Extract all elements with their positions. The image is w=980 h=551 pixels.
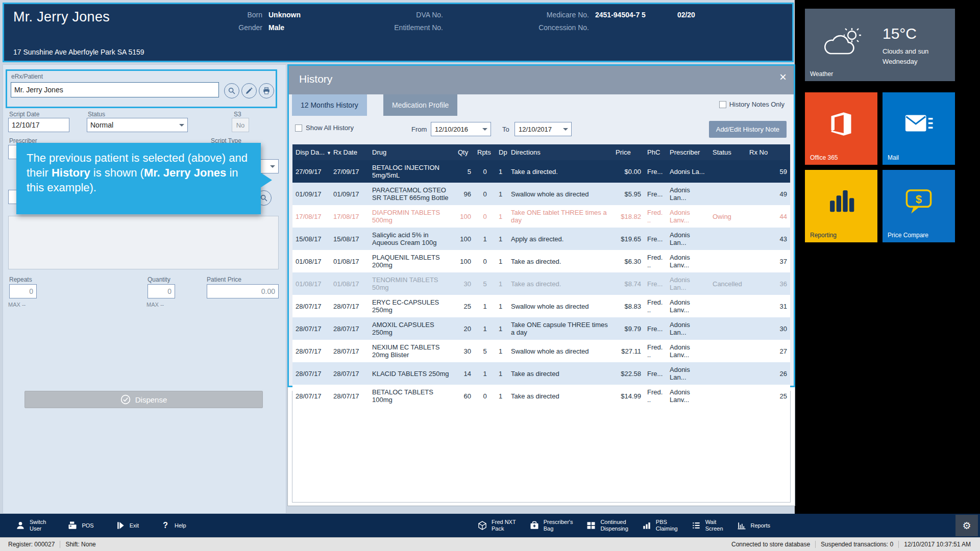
patient-price-input[interactable] [207,284,279,298]
taskbar-item-continued-dispensing[interactable]: ContinuedDispensing [586,519,628,532]
history-row[interactable]: 28/07/1728/07/17ERYC EC-CAPSULES 250mg25… [292,295,790,317]
column-header-rpts[interactable]: Rpts [474,144,496,160]
tab-12-months-history[interactable]: 12 Months History [292,94,367,116]
cell-rx: 01/08/17 [330,272,369,295]
taskbar-item-prescribers-bag[interactable]: Prescriber'sBag [529,519,573,532]
taskbar-item-label: POS [82,522,93,529]
history-row[interactable]: 01/08/1701/08/17TENORMIN TABLETS 50mg305… [292,272,790,295]
column-header-drug[interactable]: Drug [369,144,455,160]
weather-temperature: 15°C [883,25,917,42]
taskbar-item-pos[interactable]: POS [67,520,93,531]
column-header-qty[interactable]: Qty [455,144,474,160]
cell-dp: 1 [496,272,508,295]
script-date-input[interactable] [8,118,69,132]
chevron-down-icon [563,128,568,131]
cell-dp: 1 [496,385,508,407]
close-icon[interactable]: × [779,71,787,83]
cell-rx: 17/08/17 [330,205,369,228]
history-notes-only-checkbox[interactable] [719,101,726,108]
cell-prescriber: Adonis Lanv... [667,250,709,272]
tile-office-365[interactable]: Office 365 [805,92,877,165]
born-value: Unknown [268,11,301,19]
status-bar-left: Register: 000027Shift: None [3,541,101,548]
patient-search-button[interactable] [224,83,239,98]
settings-button[interactable]: ⚙ [955,515,978,536]
cell-rpts: 1 [474,362,496,385]
status-select[interactable]: Normal [87,118,188,132]
history-row[interactable]: 01/08/1701/08/17PLAQUENIL TABLETS 200mg1… [292,250,790,272]
column-header-price[interactable]: Price [612,144,644,160]
dollar-speech-bubble-icon: $ [903,187,934,216]
history-footer-area [292,391,791,503]
cell-dp: 1 [496,250,508,272]
column-header-disp[interactable]: Disp Da...▼ [292,144,330,160]
history-row[interactable]: 28/07/1728/07/17KLACID TABLETS 250mg1411… [292,362,790,385]
cell-rx: 28/07/17 [330,385,369,407]
cell-directions: Take as directed. [508,272,612,295]
cell-rx: 28/07/17 [330,340,369,362]
status-label: Status [88,111,105,118]
show-all-history-option: Show All History [295,124,354,132]
history-row[interactable]: 27/09/1727/09/17BETALOC INJECTION 5mg/5m… [292,160,790,183]
patient-name: Mr. Jerry Jones [13,9,110,25]
quantity-input[interactable] [148,284,175,298]
patient-edit-button[interactable] [241,83,257,98]
show-all-history-checkbox[interactable] [295,124,302,132]
gender-value: Male [268,23,301,32]
history-row[interactable]: 28/07/1728/07/17BETALOC TABLETS 100mg600… [292,385,790,407]
column-header-rxno[interactable]: Rx No [746,144,790,160]
cell-disp: 17/08/17 [292,205,330,228]
patient-print-button[interactable] [259,83,274,98]
column-header-rx[interactable]: Rx Date [330,144,369,160]
exit-icon [115,520,126,531]
tab-medication-profile[interactable]: Medication Profile [383,94,457,116]
cell-phc: Fred... [644,295,667,317]
dispense-button-label: Dispense [135,395,167,404]
tile-weather[interactable]: 15°C Clouds and sun Wednesday Weather [805,9,955,81]
history-row[interactable]: 28/07/1728/07/17AMOXIL CAPSULES 250mg201… [292,317,790,340]
dispense-screen: Mr. Jerry Jones 17 Sunshine Ave Aberfoyl… [0,0,980,551]
history-row[interactable]: 28/07/1728/07/17NEXIUM EC TABLETS 20mg B… [292,340,790,362]
tile-mail[interactable]: Mail [883,92,955,165]
taskbar-item-help[interactable]: ?Help [160,520,186,531]
help-icon: ? [160,520,170,531]
cell-drug: AMOXIL CAPSULES 250mg [369,317,455,340]
cell-phc: Fre... [644,272,667,295]
cell-prescriber: Adonis La... [667,160,709,183]
taskbar-item-switch-user[interactable]: SwitchUser [15,519,46,532]
dispense-button[interactable]: Dispense [24,391,263,408]
column-header-dp[interactable]: Dp [496,144,508,160]
column-header-directions[interactable]: Directions [508,144,612,160]
taskbar-item-frednxt-pack[interactable]: Fred NXTPack [477,519,516,532]
cell-prescriber: Adonis Lanv... [667,205,709,228]
cell-qty: 20 [455,317,474,340]
patient-input[interactable] [11,82,219,97]
sort-descending-icon: ▼ [327,151,330,156]
from-date-picker[interactable]: 12/10/2016 [431,122,491,136]
taskbar-item-exit[interactable]: Exit [115,520,139,531]
repeats-input[interactable] [9,284,37,298]
column-header-status[interactable]: Status [709,144,746,160]
gender-label: Gender [233,23,262,32]
cell-disp: 28/07/17 [292,340,330,362]
cell-prescriber: Adonis Lan... [667,183,709,205]
entitlement-value [449,23,454,32]
cell-rx: 28/07/17 [330,295,369,317]
column-header-prescriber[interactable]: Prescriber [667,144,709,160]
cell-status [709,317,746,340]
medicare-label: Medicare No. [529,11,589,19]
taskbar-item-wait-screen[interactable]: WaitScreen [691,519,723,532]
column-header-phc[interactable]: PhC [644,144,667,160]
history-row[interactable]: 17/08/1717/08/17DIAFORMIN TABLETS 500mg1… [292,205,790,228]
switch-user-icon [15,520,26,531]
taskbar-item-reports[interactable]: Reports [737,520,771,531]
cell-dp: 1 [496,295,508,317]
history-row[interactable]: 15/08/1715/08/17Salicylic acid 5% in Aqu… [292,228,790,250]
tile-reporting[interactable]: Reporting [805,170,877,242]
taskbar-item-pbs-claiming[interactable]: PBSClaiming [642,519,678,532]
tile-price-compare[interactable]: $ Price Compare [883,170,955,242]
cell-rpts: 5 [474,340,496,362]
to-date-picker[interactable]: 12/10/2017 [514,122,572,136]
add-edit-history-note-button[interactable]: Add/Edit History Note [709,121,787,138]
history-row[interactable]: 01/09/1701/09/17PARACETAMOL OSTEO SR TAB… [292,183,790,205]
